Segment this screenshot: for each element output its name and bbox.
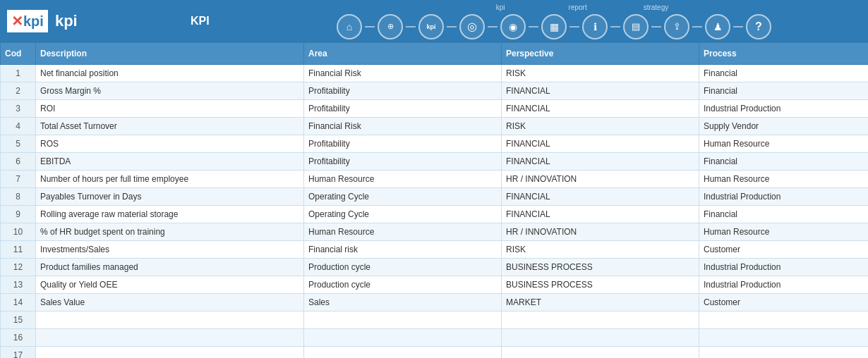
area-cell: Profitability [304,135,502,153]
process-cell: Industrial Production [699,259,869,276]
cod-cell: 7 [1,171,36,188]
col-header-perspective: Perspective [502,43,699,65]
cod-cell: 14 [1,294,36,311]
home-icon[interactable]: ⌂ [337,14,362,39]
calendar-icon[interactable]: ▤ [623,14,649,39]
process-cell: Supply Vendor [699,118,869,135]
cod-cell: 1 [1,65,36,82]
kpi-icon[interactable]: kpi [418,14,444,39]
description-cell: Quality or Yield OEE [36,276,304,294]
cod-cell: 11 [1,241,36,259]
table-row[interactable]: 7Number of hours per full time employeeH… [1,171,869,188]
process-cell: Financial [699,82,869,100]
cod-cell: 8 [1,188,36,206]
bar-chart-icon[interactable]: ▦ [541,14,567,39]
process-cell: Human Resource [699,223,869,241]
description-cell: Product families managed [36,259,304,276]
question-icon[interactable]: ? [746,14,771,39]
nav-connector-6 [569,26,579,27]
nav-connector-10 [733,26,743,27]
area-cell [304,329,502,347]
table-row[interactable]: 14Sales ValueSalesMARKETCustomer [1,294,869,311]
info-icon[interactable]: ℹ [582,14,608,39]
table-row[interactable]: 2Gross Margin %ProfitabilityFINANCIALFin… [1,82,869,100]
table-row[interactable]: 10% of HR budget spent on trainingHuman … [1,223,869,241]
cod-cell: 4 [1,118,36,135]
perspective-cell: RISK [502,118,699,135]
perspective-cell [502,311,699,329]
process-cell: Financial [699,153,869,171]
target-icon[interactable]: ◎ [459,14,485,39]
perspective-cell: HR / INNOVATION [502,223,699,241]
location-icon[interactable]: ◉ [500,14,526,39]
table-row[interactable]: 9Rolling average raw material storageOpe… [1,206,869,223]
cod-cell: 17 [1,347,36,359]
area-cell: Profitability [304,153,502,171]
header-title: KPI [191,15,247,27]
table-row[interactable]: 11Investments/SalesFinancial riskRISKCus… [1,241,869,259]
header-row: Cod Description Area Perspective Process [1,43,869,65]
network-icon[interactable]: ⊕ [378,14,403,39]
description-cell: Sales Value [36,294,304,311]
area-cell: Financial risk [304,241,502,259]
nav-connector-8 [651,26,661,27]
nav-label-report: report [569,4,587,11]
process-cell: Industrial Production [699,188,869,206]
process-cell: Customer [699,294,869,311]
app-header: ✕ kpi kpi KPI kpi report strategy ⌂ ⊕ kp… [0,0,868,42]
cod-cell: 5 [1,135,36,153]
perspective-cell: FINANCIAL [502,100,699,118]
nav-connector-2 [406,26,416,27]
perspective-cell: RISK [502,65,699,82]
table-row[interactable]: 1Net financial positionFinancial RiskRIS… [1,65,869,82]
area-cell: Sales [304,294,502,311]
table-row[interactable]: 17 [1,347,869,359]
share-icon[interactable]: ⇪ [664,14,689,39]
nav-connector-4 [488,26,498,27]
table-row[interactable]: 6EBITDAProfitabilityFINANCIALFinancial [1,153,869,171]
table-row[interactable]: 15 [1,311,869,329]
description-cell: ROI [36,100,304,118]
table-row[interactable]: 12Product families managedProduction cyc… [1,259,869,276]
description-cell [36,311,304,329]
table-row[interactable]: 16 [1,329,869,347]
description-cell: Gross Margin % [36,82,304,100]
cod-cell: 12 [1,259,36,276]
description-cell: Rolling average raw material storage [36,206,304,223]
perspective-cell: FINANCIAL [502,206,699,223]
process-cell [699,311,869,329]
table-row[interactable]: 13Quality or Yield OEEProduction cycleBU… [1,276,869,294]
area-cell: Operating Cycle [304,206,502,223]
perspective-cell: BUSINESS PROCESS [502,259,699,276]
perspective-cell: HR / INNOVATION [502,171,699,188]
cod-cell: 9 [1,206,36,223]
perspective-cell: BUSINESS PROCESS [502,276,699,294]
cod-cell: 13 [1,276,36,294]
area-cell: Financial Risk [304,65,502,82]
table-row[interactable]: 8Payables Turnover in DaysOperating Cycl… [1,188,869,206]
area-cell: Financial Risk [304,118,502,135]
col-header-area: Area [304,43,502,65]
figure-icon[interactable]: ♟ [705,14,730,39]
nav-label-strategy: strategy [644,4,669,11]
nav-connector-7 [610,26,620,27]
nav-icons-row: ⌂ ⊕ kpi ◎ ◉ ▦ ℹ ▤ ⇪ ♟ ? [337,14,771,39]
nav-label-kpi: kpi [496,4,505,11]
cod-cell: 6 [1,153,36,171]
area-cell: Production cycle [304,259,502,276]
table-row[interactable]: 3ROIProfitabilityFINANCIALIndustrial Pro… [1,100,869,118]
area-cell: Production cycle [304,276,502,294]
col-header-description: Description [36,43,304,65]
area-cell: Human Resource [304,223,502,241]
table-row[interactable]: 4Total Asset TurnoverFinancial RiskRISKS… [1,118,869,135]
area-cell: Operating Cycle [304,188,502,206]
perspective-cell: FINANCIAL [502,135,699,153]
table-body: 1Net financial positionFinancial RiskRIS… [1,65,869,359]
description-cell [36,347,304,359]
table-row[interactable]: 5ROSProfitabilityFINANCIALHuman Resource [1,135,869,153]
process-cell: Financial [699,206,869,223]
description-cell: Payables Turnover in Days [36,188,304,206]
description-cell [36,329,304,347]
logo-kpi-text: kpi [23,13,44,30]
perspective-cell: FINANCIAL [502,188,699,206]
